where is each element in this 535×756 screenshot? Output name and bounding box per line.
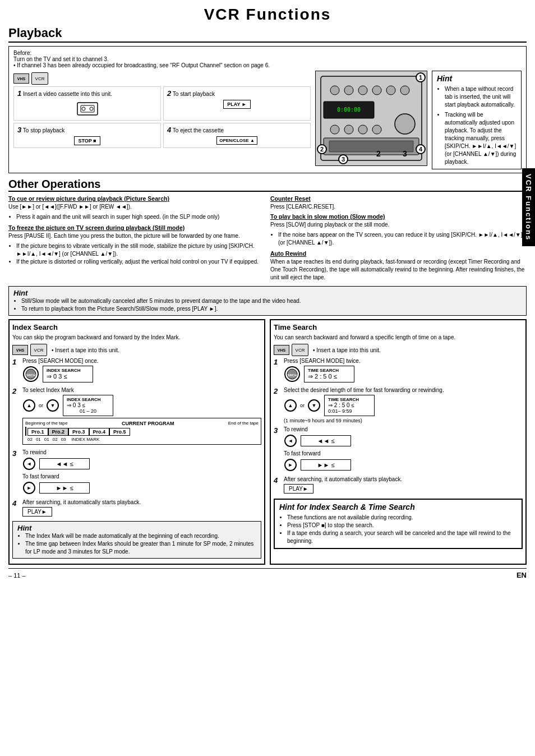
fastfwd-diagram: ► ►► ≤ (22, 481, 261, 495)
still-mode-heading: To freeze the picture on TV screen durin… (8, 224, 265, 231)
counter-reset-heading: Counter Reset (270, 195, 527, 202)
svg-rect-1 (81, 105, 94, 112)
svg-text:2: 2 (376, 149, 381, 158)
time-up-button[interactable]: ▲ (284, 399, 297, 412)
picture-search-heading: To cue or review picture during playback… (8, 195, 265, 202)
svg-text:0:00:00: 0:00:00 (337, 107, 361, 113)
index-search-display1: INDEX SEARCH ⇒ 0 3 ≤ (43, 366, 93, 382)
pro1-cell: Pro.1 (27, 428, 48, 436)
pro2-cell: Pro.2 (48, 428, 69, 436)
auto-rewind-heading: Auto Rewind (270, 250, 527, 257)
index-tape-icons: VHS VCR • Insert a tape into this unit. (12, 344, 261, 356)
index-play-display: PLAY► (22, 507, 52, 517)
vcr-panel-svg: 0:00:00 2 3 (318, 73, 425, 163)
num-4-right: 4 (416, 144, 426, 154)
other-ops-hint-bar: Hint Still/Slow mode will be automatical… (8, 286, 527, 316)
svg-point-13 (330, 125, 339, 134)
still-mode-text: Press [PAUSE II]. Each time you press th… (8, 232, 265, 240)
hint-for-search-box: Hint for Index Search & Time Search Thes… (274, 499, 523, 549)
up-button[interactable]: ▲ (23, 399, 35, 412)
time-step1: 1 Press [SEARCH MODE] twice. SRCH TIME S… (274, 358, 523, 384)
pro3-cell: Pro.3 (68, 428, 89, 436)
before-label: Before: Turn on the TV and set it to cha… (13, 50, 522, 68)
time-down-button[interactable]: ▼ (308, 399, 320, 412)
fastfwd-button[interactable]: ► (23, 482, 35, 494)
num-1: 1 (416, 72, 426, 82)
main-title: VCR Functions (8, 6, 527, 24)
svg-rect-18 (329, 141, 413, 152)
time-tape-icons: VHS VCR • Insert a tape into this unit. (274, 344, 523, 356)
still-mode-list: If the picture begins to vibrate vertica… (8, 242, 265, 266)
num-3: 3 (338, 154, 348, 164)
slow-mode-heading: To play back in slow motion (Slow mode) (270, 213, 527, 220)
index-step1: 1 Press [SEARCH MODE] once. SRCH INDEX S… (12, 358, 261, 384)
svg-point-7 (358, 86, 367, 95)
vcr-front-image: 0:00:00 2 3 1 2 3 (315, 71, 427, 166)
time-search-display2: TIME SEARCH ⇒ 2 : 5 0 ≤ 0:01– 9:59 (324, 395, 375, 416)
time-search-display1: TIME SEARCH ⇒ 2 : 5 0 ≤ (304, 366, 354, 382)
vcr-diagram: 0:00:00 2 3 1 2 3 (316, 71, 427, 165)
svg-text:SRCH: SRCH (26, 374, 35, 377)
svg-point-6 (344, 86, 353, 95)
index-step4: 4 After searching, it automatically star… (12, 499, 261, 518)
fwd-display: ►► ≤ (39, 482, 90, 494)
slow-mode-text: Press [SLOW] during playback or the stil… (270, 221, 527, 229)
index-search-box: Index Search You can skip the program ba… (8, 319, 265, 565)
time-search-mode-button: SRCH (284, 366, 300, 382)
index-hint-bar: Hint The Index Mark will be made automat… (12, 521, 261, 559)
index-hint-list: The Index Mark will be made automaticall… (17, 532, 256, 556)
index-bar-area: Beginning of the tape CURRENT PROGRAM En… (22, 418, 261, 445)
pro4-cell: Pro.4 (89, 428, 110, 436)
time-play-display: PLAY► (284, 484, 313, 494)
index-tape-icon: VHS (12, 345, 28, 355)
playback-step3: 3 To stop playback STOP ■ (13, 123, 161, 148)
vcr-icon: VCR (31, 72, 48, 85)
index-search-display2: INDEX SEARCH ⇒ 0 3 ≤ 01 – 20 (63, 395, 113, 416)
down-button[interactable]: ▼ (47, 399, 59, 412)
time-tape-icon: VHS (274, 345, 289, 355)
svg-point-5 (330, 86, 339, 95)
time-search-box: Time Search You can search backward and … (270, 319, 527, 565)
time-rew-display: ◄◄ ≤ (301, 435, 351, 446)
index-step2: 2 To select Index Mark ▲ or ▼ INDEX SEAR… (12, 387, 261, 446)
other-ops-title: Other Operations (8, 178, 527, 192)
page-number: – 11 – (8, 572, 26, 579)
en-label: EN (516, 571, 527, 579)
time-play-diagram: PLAY► (284, 484, 523, 494)
time-rewind-button[interactable]: ◄ (284, 435, 297, 447)
index-vcr-icon: VCR (30, 344, 47, 356)
search-mode-diagram: SRCH INDEX SEARCH ⇒ 0 3 ≤ (22, 366, 261, 382)
tape-icons-row: VHS VCR (13, 72, 311, 85)
rewind-button[interactable]: ◄ (23, 458, 35, 470)
time-search-title: Time Search (274, 323, 523, 331)
time-select-diagram: ▲ or ▼ TIME SEARCH ⇒ 2 : 5 0 ≤ 0:01– 9:5… (284, 395, 523, 416)
search-mode-button: SRCH (23, 366, 39, 382)
svg-point-16 (372, 125, 381, 134)
playback-hint-box: Hint When a tape without record tab is i… (432, 71, 522, 169)
index-step3: 3 To rewind ◄ ◄◄ ≤ To fast forward ► (12, 449, 261, 496)
svg-rect-0 (77, 103, 98, 115)
playback-steps-grid: 1 Insert a video cassette into this unit… (13, 86, 311, 148)
svg-point-19 (395, 114, 415, 134)
other-ops-right: Counter Reset Press [CLEAR/C.RESET]. To … (270, 195, 527, 284)
time-fwd-display: ►► ≤ (301, 459, 351, 471)
hint-item-2: Tracking will be automatically adjusted … (445, 111, 516, 166)
index-play-diagram: PLAY► (22, 507, 261, 517)
index-select-diagram: ▲ or ▼ INDEX SEARCH ⇒ 0 3 ≤ 01 – 20 (22, 395, 261, 416)
other-ops-left: To cue or review picture during playback… (8, 195, 265, 284)
playback-section: Before: Turn on the TV and set it to cha… (8, 46, 527, 173)
svg-point-8 (372, 86, 381, 95)
time-fastfwd-button[interactable]: ► (284, 459, 297, 471)
hint-title: Hint (437, 74, 516, 83)
index-search-title: Index Search (12, 323, 261, 331)
hint-list: When a tape without record tab is insert… (437, 85, 516, 166)
svg-text:3: 3 (403, 149, 407, 158)
hint-for-search-title: Hint for Index Search & Time Search (279, 503, 517, 511)
slow-mode-list: If the noise bars appear on the TV scree… (270, 231, 527, 247)
time-fastfwd-diagram: ► ►► ≤ (284, 458, 523, 472)
svg-point-15 (358, 125, 367, 134)
time-step4: 4 After searching, it automatically star… (274, 476, 523, 495)
num-2-left: 2 (317, 144, 327, 154)
hint-bar-list: Still/Slow mode will be automatically ca… (13, 297, 522, 313)
time-rewind-diagram: ◄ ◄◄ ≤ (284, 434, 523, 448)
